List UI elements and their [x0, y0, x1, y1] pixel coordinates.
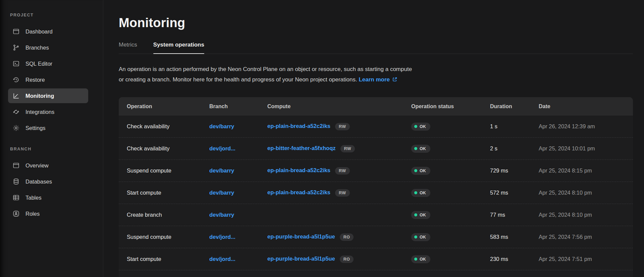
column-header-compute: Compute [267, 103, 411, 110]
sidebar-item-integrations[interactable]: Integrations [8, 105, 88, 119]
operation-cell: Start compute [127, 256, 209, 262]
duration-cell: 230 ms [490, 256, 539, 262]
branches-icon [12, 44, 20, 51]
table-row: Suspend compute dev/barry ep-plain-bread… [119, 160, 633, 182]
compute-access-badge: RW [335, 167, 350, 175]
compute-link[interactable]: ep-plain-bread-a52c2iks [267, 123, 330, 129]
operation-cell: Check availability [127, 145, 209, 152]
user-role-icon [12, 210, 20, 217]
branch-link[interactable]: dev/jord... [209, 145, 235, 151]
sidebar-item-tables[interactable]: Tables [8, 190, 88, 205]
integrations-icon [12, 108, 20, 116]
status-label: OK [420, 168, 426, 173]
duration-cell: 1 s [490, 123, 539, 130]
restore-history-icon [12, 76, 20, 83]
status-ok-dot-icon [414, 169, 417, 172]
operation-cell: Suspend compute [127, 234, 209, 240]
gear-icon [12, 124, 20, 132]
compute-access-badge: RW [335, 123, 350, 130]
compute-link[interactable]: ep-purple-bread-a5l1p5ue [267, 256, 335, 262]
compute-link[interactable]: ep-plain-bread-a52c2iks [267, 189, 330, 195]
sidebar-item-sql-editor[interactable]: SQL Editor [8, 56, 88, 71]
sidebar-item-label: Settings [25, 125, 46, 131]
sidebar-item-overview[interactable]: Overview [8, 158, 88, 173]
sql-editor-icon [12, 60, 20, 67]
sidebar-section-branch-label: BRANCH [10, 147, 103, 151]
duration-cell: 729 ms [490, 167, 539, 174]
date-cell: Apr 25, 2024 8:10 pm [539, 212, 633, 218]
tab-system-operations[interactable]: System operations [153, 36, 204, 54]
compute-access-badge: RO [340, 256, 354, 263]
main-content: Monitoring Metrics System operations An … [103, 0, 644, 277]
compute-access-badge: RW [340, 145, 355, 152]
date-cell: Apr 25, 2024 8:15 pm [539, 167, 633, 174]
sidebar-item-label: SQL Editor [25, 61, 52, 67]
status-ok-dot-icon [414, 258, 417, 261]
branch-link[interactable]: dev/jord... [209, 234, 235, 240]
status-label: OK [420, 235, 426, 239]
duration-cell: 572 ms [490, 190, 539, 196]
tab-metrics[interactable]: Metrics [119, 36, 137, 54]
sidebar-item-dashboard[interactable]: Dashboard [8, 24, 88, 39]
date-cell: Apr 25, 2024 10:01 pm [539, 145, 633, 152]
sidebar-item-label: Tables [25, 195, 42, 201]
table-grid-icon [12, 194, 20, 201]
description-line-1: An operation is an action performed by t… [119, 66, 412, 72]
compute-link[interactable]: ep-bitter-feather-a5fxhoqz [267, 145, 336, 151]
compute-access-badge: RW [335, 189, 350, 197]
branch-link[interactable]: dev/barry [209, 167, 234, 174]
operations-table: Operation Branch Compute Operation statu… [119, 97, 633, 277]
learn-more-link[interactable]: Learn more [359, 76, 390, 83]
operations-description: An operation is an action performed by t… [119, 64, 633, 85]
sidebar-item-label: Restore [25, 77, 45, 83]
status-label: OK [420, 257, 426, 262]
external-link-icon[interactable] [392, 75, 397, 80]
date-cell: Apr 25, 2024 7:56 pm [539, 234, 633, 240]
dashboard-window-icon [12, 28, 20, 35]
status-label: OK [420, 124, 426, 129]
monitoring-chart-icon [12, 92, 20, 99]
date-cell: Apr 26, 2024 12:39 am [539, 123, 633, 130]
column-header-operation: Operation [127, 103, 209, 110]
operation-cell: Start compute [127, 190, 209, 196]
sidebar-item-databases[interactable]: Databases [8, 174, 88, 189]
sidebar-item-label: Monitoring [25, 93, 54, 99]
duration-cell: 2 s [490, 145, 539, 152]
database-icon [12, 178, 20, 185]
status-ok-dot-icon [414, 191, 417, 194]
status-ok-dot-icon [414, 147, 417, 150]
status-badge: OK [411, 145, 430, 153]
column-header-branch: Branch [209, 103, 267, 110]
sidebar-item-monitoring[interactable]: Monitoring [8, 88, 88, 103]
status-ok-dot-icon [414, 125, 417, 128]
table-header-row: Operation Branch Compute Operation statu… [119, 97, 633, 116]
sidebar-item-roles[interactable]: Roles [8, 206, 88, 221]
status-ok-dot-icon [414, 235, 417, 238]
status-label: OK [420, 191, 426, 195]
status-label: OK [420, 146, 426, 151]
duration-cell: 77 ms [490, 212, 539, 218]
operation-cell: Create branch [127, 212, 209, 218]
sidebar-item-settings[interactable]: Settings [8, 121, 88, 135]
duration-cell: 583 ms [490, 234, 539, 240]
table-row: Suspend compute dev/jord... ep-purple-br… [119, 226, 633, 248]
sidebar-section-project-label: PROJECT [10, 13, 103, 17]
branch-link[interactable]: dev/barry [209, 190, 234, 196]
sidebar-item-restore[interactable]: Restore [8, 72, 88, 87]
sidebar-item-branches[interactable]: Branches [8, 40, 88, 55]
column-header-date: Date [539, 103, 633, 110]
table-row: Check availability dev/barry ep-plain-br… [119, 116, 633, 138]
branch-link[interactable]: dev/jord... [209, 256, 235, 262]
branch-link[interactable]: dev/barry [209, 212, 234, 218]
compute-link[interactable]: ep-plain-bread-a52c2iks [267, 167, 330, 173]
table-row: Check availability dev/jord... ep-bitter… [119, 138, 633, 160]
page-title: Monitoring [119, 15, 633, 30]
status-badge: OK [411, 255, 430, 263]
date-cell: Apr 25, 2024 7:51 pm [539, 256, 633, 262]
branch-link[interactable]: dev/barry [209, 123, 234, 129]
sidebar-item-label: Branches [25, 45, 49, 51]
table-row: Start compute dev/barry ep-plain-bread-a… [119, 182, 633, 204]
status-ok-dot-icon [414, 213, 417, 216]
column-header-duration: Duration [490, 103, 539, 110]
compute-link[interactable]: ep-purple-bread-a5l1p5ue [267, 233, 335, 239]
